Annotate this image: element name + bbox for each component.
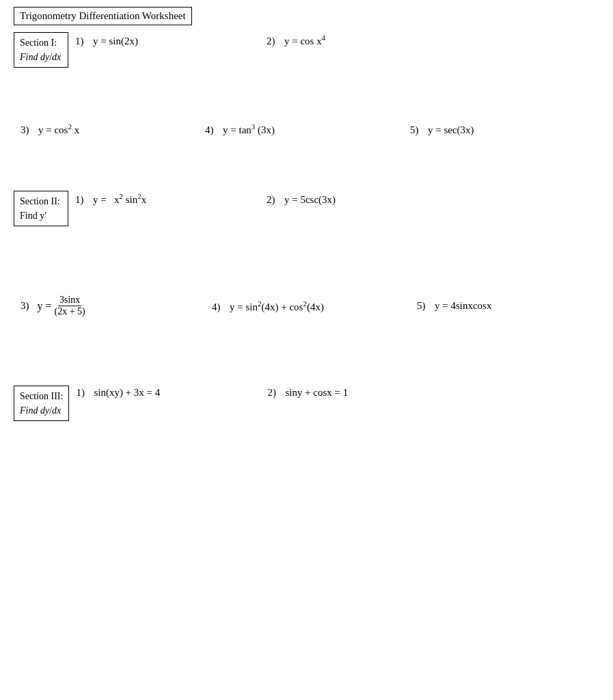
s1-p4-num: 4) — [205, 124, 214, 136]
s2-p1: 1) y = x2 sin2x — [75, 192, 267, 206]
section-3-sublabel: Find dy/dx — [20, 403, 63, 418]
s1-p5: 5) y = sec(3x) — [410, 124, 474, 136]
s3-p2: 2) siny + cosx = 1 — [267, 387, 348, 399]
section-3-content: 1) sin(xy) + 3x = 4 2) siny + cosx = 1 — [76, 386, 599, 399]
s2-p3-numerator: 3sinx — [58, 295, 81, 306]
s1-p4: 4) y = tan3 (3x) — [205, 122, 410, 136]
s2-p1-num: 1) — [75, 194, 84, 206]
section-2-sublabel: Find y' — [20, 208, 62, 223]
s1-p1-num: 1) — [75, 36, 84, 47]
s1-p2: 2) y = cos x4 — [267, 33, 472, 47]
s1-p3: 3) y = cos2 x — [14, 122, 205, 136]
section-2-row1: 1) y = x2 sin2x 2) y = 5csc(3x) — [75, 192, 599, 206]
s1-p3-expr: y = cos2 x — [33, 122, 80, 136]
s2-p4: 4) y = sin2(4x) + cos2(4x) — [212, 299, 417, 313]
section-2-header: Section II: Find y' 1) y = x2 sin2x 2) y… — [14, 191, 599, 226]
s1-p3-num: 3) — [21, 124, 29, 136]
section-1-header: Section I: Find dy/dx 1) y = sin(2x) 2) … — [14, 32, 599, 68]
section-1-row2: 3) y = cos2 x 4) y = tan3 (3x) 5) y = se… — [14, 122, 599, 136]
s1-p5-expr: y = sec(3x) — [423, 124, 474, 136]
s1-p4-expr: y = tan3 (3x) — [218, 122, 275, 136]
section-1-label: Section I: — [20, 36, 62, 50]
s3-p1-expr: sin(xy) + 3x = 4 — [89, 387, 160, 399]
s1-p1-expr: y = sin(2x) — [88, 36, 138, 47]
s2-p2: 2) y = 5csc(3x) — [267, 194, 336, 206]
s1-p2-num: 2) — [267, 36, 275, 47]
section-3-box: Section III: Find dy/dx — [14, 386, 69, 421]
section-1-box: Section I: Find dy/dx — [14, 32, 68, 68]
s2-p5: 5) y = 4sinxcosx — [417, 300, 491, 312]
s2-p5-num: 5) — [417, 300, 426, 312]
s2-p3-fraction: 3sinx (2x + 5) — [53, 295, 87, 317]
section-3-label: Section III: — [20, 389, 63, 403]
s3-p1-num: 1) — [76, 387, 85, 399]
s3-p1: 1) sin(xy) + 3x = 4 — [76, 387, 267, 399]
section-2-row2: 3) y = 3sinx (2x + 5) 4) y = sin2(4x) + … — [14, 295, 599, 317]
s2-p3-label: y = — [38, 300, 52, 312]
s2-p2-expr: y = 5csc(3x) — [280, 194, 336, 206]
s2-p3-num: 3) — [21, 300, 29, 312]
s2-p5-expr: y = 4sinxcosx — [430, 300, 492, 312]
s2-p3-denominator: (2x + 5) — [53, 306, 87, 317]
section-1-row1: 1) y = sin(2x) 2) y = cos x4 — [75, 33, 599, 47]
section-2-box: Section II: Find y' — [14, 191, 68, 226]
section-3-header: Section III: Find dy/dx 1) sin(xy) + 3x … — [14, 386, 599, 421]
section-2-content: 1) y = x2 sin2x 2) y = 5csc(3x) — [75, 191, 599, 206]
section-2-label: Section II: — [20, 194, 62, 208]
s1-p2-expr: y = cos x4 — [280, 33, 326, 47]
section-1-content: 1) y = sin(2x) 2) y = cos x4 — [75, 32, 599, 47]
s1-p1: 1) y = sin(2x) — [75, 36, 267, 47]
s2-p4-num: 4) — [212, 301, 221, 313]
s1-p5-num: 5) — [410, 124, 419, 136]
s2-p1-expr: y = x2 sin2x — [88, 192, 147, 206]
s2-p4-expr: y = sin2(4x) + cos2(4x) — [225, 299, 324, 313]
s3-p2-num: 2) — [267, 387, 276, 399]
s2-p2-num: 2) — [267, 194, 275, 206]
s2-p3: 3) y = 3sinx (2x + 5) — [21, 295, 212, 317]
worksheet-title: Trigonometry Differentiation Worksheet — [14, 7, 192, 25]
section-1-sublabel: Find dy/dx — [20, 50, 62, 64]
section-3-row1: 1) sin(xy) + 3x = 4 2) siny + cosx = 1 — [76, 387, 599, 399]
s3-p2-expr: siny + cosx = 1 — [280, 387, 348, 399]
